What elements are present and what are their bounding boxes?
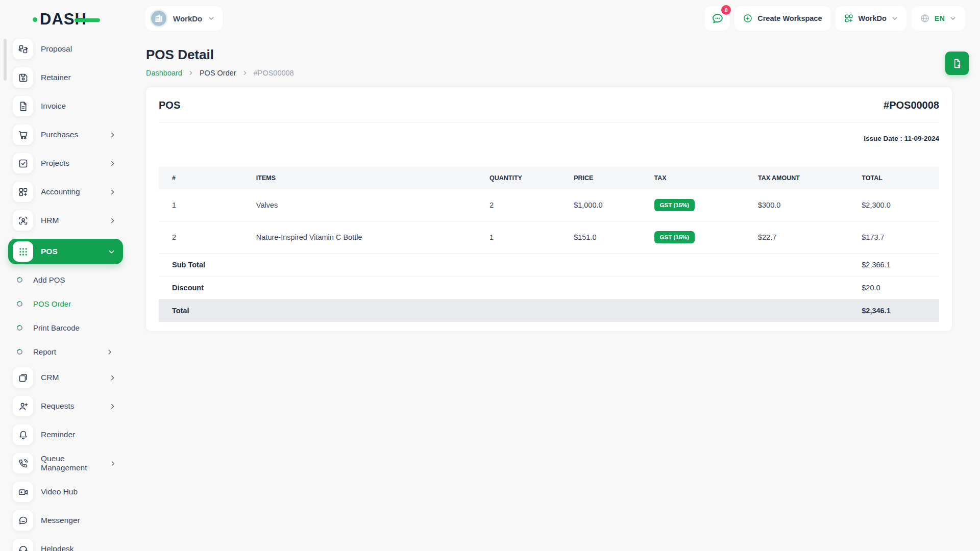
subtotal-value: $2,366.1 xyxy=(854,254,939,277)
company-menu-button[interactable]: WorkDo xyxy=(836,6,906,31)
sidebar-subitem-print-barcode[interactable]: Print Barcode xyxy=(17,319,113,336)
create-workspace-button[interactable]: Create Workspace xyxy=(734,6,830,31)
sidebar-subitem-report[interactable]: Report xyxy=(17,343,113,360)
cell-total: $173.7 xyxy=(854,221,939,254)
chevron-right-icon xyxy=(110,460,116,467)
check-square-icon xyxy=(18,158,29,169)
chevron-right-icon xyxy=(109,160,116,167)
sidebar-item-video-hub[interactable]: Video Hub xyxy=(13,482,116,502)
file-plus-icon xyxy=(952,58,963,69)
breadcrumb-pos-order[interactable]: POS Order xyxy=(200,69,236,77)
subtotal-label: Sub Total xyxy=(159,254,854,277)
chevron-right-icon xyxy=(109,131,116,139)
chevron-right-icon xyxy=(242,70,248,76)
column-header-tax: TAX xyxy=(647,167,750,189)
cell-item: Nature-Inspired Vitamin C Bottle xyxy=(249,221,482,254)
topbar: WorkDo 0 Create Workspace WorkDo EN xyxy=(128,0,980,31)
logo-dot-icon xyxy=(33,17,37,22)
cell-no: 1 xyxy=(159,189,249,221)
table-header: # ITEMS QUANTITY PRICE TAX TAX AMOUNT TO… xyxy=(159,167,939,189)
sidebar-subitem-add-pos[interactable]: Add POS xyxy=(17,271,113,288)
sidebar-item-label: Video Hub xyxy=(41,487,78,496)
sidebar-subitem-label: POS Order xyxy=(33,299,71,308)
chevron-right-icon xyxy=(109,403,116,410)
pos-detail-card: POS #POS00008 Issue Date : 11-09-2024 # … xyxy=(146,87,952,331)
messages-button[interactable]: 0 xyxy=(705,6,729,31)
sidebar-item-requests[interactable]: Requests xyxy=(13,396,116,416)
chevron-right-icon xyxy=(188,70,194,76)
cell-price: $1,000.0 xyxy=(566,189,646,221)
cell-quantity: 1 xyxy=(482,221,566,254)
message-circle-icon xyxy=(711,12,724,25)
sidebar-item-reminder[interactable]: Reminder xyxy=(13,424,116,445)
bullet-circle-icon xyxy=(16,276,23,284)
chevron-right-icon xyxy=(106,348,113,356)
language-code: EN xyxy=(935,14,945,22)
cell-no: 2 xyxy=(159,221,249,254)
bullet-circle-icon xyxy=(16,324,23,332)
sidebar-item-label: Proposal xyxy=(41,44,72,54)
workspace-switcher[interactable]: WorkDo xyxy=(146,6,223,31)
sidebar-item-label: POS xyxy=(41,247,58,256)
sidebar-item-hrm[interactable]: HRM xyxy=(13,210,116,231)
discount-row: Discount $20.0 xyxy=(159,277,939,299)
main-area: WorkDo 0 Create Workspace WorkDo EN POS … xyxy=(128,0,980,551)
cell-tax-amount: $300.0 xyxy=(750,189,854,221)
discount-label: Discount xyxy=(159,277,854,299)
sidebar-item-label: CRM xyxy=(41,373,59,382)
sidebar-item-label: Projects xyxy=(41,159,69,168)
page-title: POS Detail xyxy=(146,47,952,63)
sidebar-item-proposal[interactable]: Proposal xyxy=(13,39,116,59)
grid-icon xyxy=(844,13,854,23)
table-row: 2 Nature-Inspired Vitamin C Bottle 1 $15… xyxy=(159,221,939,254)
user-plus-icon xyxy=(18,401,29,412)
chevron-down-icon xyxy=(108,248,115,256)
tax-badge: GST (15%) xyxy=(654,199,695,211)
breadcrumb-link-dashboard[interactable]: Dashboard xyxy=(146,69,182,77)
export-pos-button[interactable] xyxy=(945,52,969,75)
sidebar-nav: Proposal Retainer Invoice Purchases Proj… xyxy=(0,39,128,551)
building-icon xyxy=(153,12,165,24)
sidebar-item-queue-management[interactable]: Queue Management xyxy=(13,453,116,473)
discount-value: $20.0 xyxy=(854,277,939,299)
cell-tax: GST (15%) xyxy=(647,189,750,221)
column-header-price: PRICE xyxy=(566,167,646,189)
sidebar-item-accounting[interactable]: Accounting xyxy=(13,182,116,202)
sidebar-subitem-pos-order[interactable]: POS Order xyxy=(17,295,113,312)
sidebar-item-label: HRM xyxy=(41,216,59,225)
sidebar-item-projects[interactable]: Projects xyxy=(13,153,116,173)
swap-icon xyxy=(18,44,29,55)
app-logo[interactable]: DASH xyxy=(33,10,128,29)
bullet-circle-icon xyxy=(16,348,23,356)
sidebar-subitem-label: Print Barcode xyxy=(33,323,80,332)
sidebar-item-helpdesk[interactable]: Helpdesk xyxy=(13,539,116,551)
column-header-total: TOTAL xyxy=(854,167,939,189)
issue-date-label: Issue Date : xyxy=(864,135,902,142)
cell-item: Valves xyxy=(249,189,482,221)
breadcrumb-current: #POS00008 xyxy=(254,69,294,77)
sidebar-item-label: Accounting xyxy=(41,187,80,196)
sidebar-item-label: Helpdesk xyxy=(41,544,74,551)
sidebar-item-pos[interactable]: POS xyxy=(8,239,123,264)
sidebar-item-invoice[interactable]: Invoice xyxy=(13,96,116,116)
phone-call-icon xyxy=(18,458,29,469)
sidebar-item-purchases[interactable]: Purchases xyxy=(13,124,116,145)
table-row: 1 Valves 2 $1,000.0 GST (15%) $300.0 $2,… xyxy=(159,189,939,221)
dots-grid-icon xyxy=(18,246,29,257)
sidebar-item-retainer[interactable]: Retainer xyxy=(13,67,116,88)
issue-date-value: 11-09-2024 xyxy=(904,135,939,142)
table-body: 1 Valves 2 $1,000.0 GST (15%) $300.0 $2,… xyxy=(159,189,939,254)
sidebar-scrollbar[interactable] xyxy=(4,39,7,81)
video-icon xyxy=(18,487,29,497)
cell-tax-amount: $22.7 xyxy=(750,221,854,254)
chevron-down-icon xyxy=(208,15,215,22)
chevron-right-icon xyxy=(109,374,116,382)
bullet-circle-icon xyxy=(16,300,23,308)
workspace-name: WorkDo xyxy=(173,14,202,23)
sidebar-item-crm[interactable]: CRM xyxy=(13,367,116,388)
language-menu-button[interactable]: EN xyxy=(912,6,965,31)
chevron-right-icon xyxy=(109,188,116,196)
sidebar-item-label: Queue Management xyxy=(41,454,102,472)
sidebar-item-label: Messenger xyxy=(41,516,80,525)
sidebar-item-messenger[interactable]: Messenger xyxy=(13,510,116,531)
